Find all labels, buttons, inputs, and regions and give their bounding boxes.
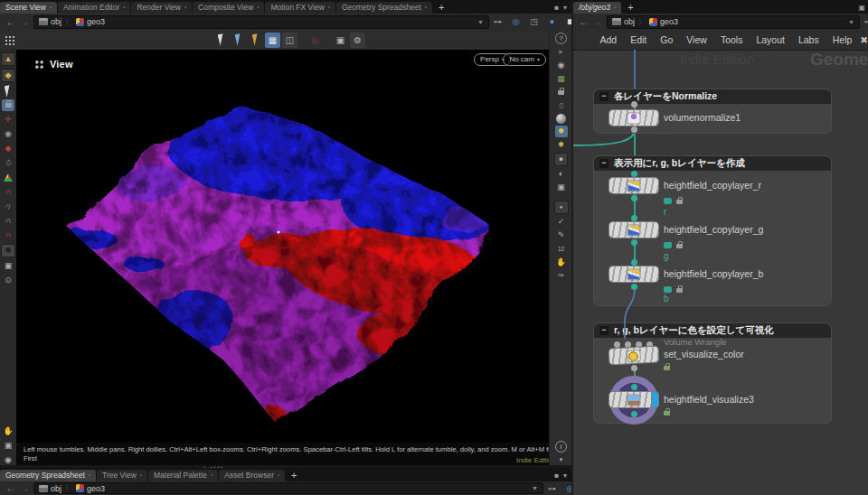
breadcrumb-obj[interactable]: obj xyxy=(39,17,61,26)
tab-close-icon[interactable]: ▪ xyxy=(425,2,427,14)
node-heightfield-copylayer-g[interactable] xyxy=(609,222,658,238)
node-set-visualize-color[interactable] xyxy=(609,347,659,365)
pin-path-icon[interactable]: ⊶ xyxy=(492,16,504,28)
collapse-icon[interactable]: − xyxy=(599,92,609,101)
tab-geometry-spreadsheet[interactable]: Geometry Spreadsheet▪ xyxy=(336,2,432,14)
character-icon[interactable]: ☃ xyxy=(555,100,568,112)
tools-grid-icon[interactable] xyxy=(3,33,18,48)
path-dropdown-icon[interactable]: ▼ xyxy=(477,19,484,25)
new-tab-button[interactable]: + xyxy=(622,2,638,14)
normals-pencil-icon[interactable]: ✎ xyxy=(555,229,568,241)
snapshot-camera-icon[interactable]: ⚙ xyxy=(350,33,365,48)
point-numbers-icon[interactable]: 12 xyxy=(555,243,568,255)
node-heightfield-visualize3[interactable] xyxy=(609,392,658,407)
node-input-dot[interactable] xyxy=(631,171,637,177)
pane-menu-icon[interactable]: ▣ xyxy=(858,4,865,12)
node-output-dot[interactable] xyxy=(631,284,637,290)
select-tool-icon[interactable] xyxy=(213,33,229,48)
view-hand-icon[interactable]: ✑ xyxy=(555,270,568,282)
tab-animation-editor[interactable]: Animation Editor▪ xyxy=(58,2,131,14)
tab-asset-browser[interactable]: Asset Browser▪ xyxy=(219,470,285,481)
radial-menu-icon[interactable]: ◎ xyxy=(510,16,522,28)
node-heightfield-copylayer-r[interactable] xyxy=(609,178,658,193)
visibility-eye-icon[interactable]: ◉ xyxy=(555,60,568,71)
nav-forward-icon[interactable]: → xyxy=(592,17,604,27)
help-icon[interactable]: ? xyxy=(555,33,567,44)
snap-grid-icon[interactable]: ∩ xyxy=(2,229,14,241)
snapshot-cube-icon[interactable]: ◳ xyxy=(528,16,540,28)
tab-close-icon[interactable]: ▪ xyxy=(257,2,259,14)
rotate-handle-icon[interactable]: ◉ xyxy=(2,128,14,140)
render-region-icon[interactable]: ◎ xyxy=(307,33,323,48)
menu-layout[interactable]: Layout xyxy=(750,34,792,45)
points-display-icon[interactable]: ● xyxy=(554,201,569,214)
reference-plane-icon[interactable]: ▣ xyxy=(2,260,14,272)
breadcrumb-geo3[interactable]: geo3 xyxy=(76,484,105,493)
tab-close-icon[interactable]: ▪ xyxy=(140,470,142,481)
handles-tool-icon[interactable] xyxy=(248,33,263,48)
info-icon[interactable]: i xyxy=(555,441,567,453)
lock-handle-icon[interactable] xyxy=(2,99,14,111)
tab-close-icon[interactable]: ▪ xyxy=(184,2,186,14)
nav-forward-icon[interactable]: → xyxy=(19,483,31,493)
tab-close-icon[interactable]: ▪ xyxy=(614,2,616,14)
tab-close-icon[interactable]: ▪ xyxy=(123,2,125,14)
snapshot-view-icon[interactable]: ▣ xyxy=(2,440,14,452)
menu-help[interactable]: Help xyxy=(826,34,859,45)
comment-bubble-icon[interactable] xyxy=(664,286,672,293)
construction-plane-icon[interactable]: ✱ xyxy=(1,244,15,257)
menu-labs[interactable]: Labs xyxy=(791,34,826,45)
pane-dropdown-icon[interactable]: ▾ xyxy=(563,472,567,480)
nav-back-icon[interactable]: ← xyxy=(578,17,590,27)
grab-hand-icon[interactable]: ✋ xyxy=(2,425,14,437)
modeler-tool-icon[interactable]: ▲ xyxy=(1,52,15,66)
high-quality-lighting-icon[interactable]: ● xyxy=(554,153,568,166)
scale-handle-icon[interactable]: ◆ xyxy=(2,143,14,154)
uv-overlay-icon[interactable]: ✋ xyxy=(555,257,568,268)
translate-handle-icon[interactable]: ✛ xyxy=(2,114,14,126)
breadcrumb-obj[interactable]: obj xyxy=(39,484,61,493)
menu-edit[interactable]: Edit xyxy=(624,34,654,45)
point-markers-icon[interactable]: ✓ xyxy=(555,216,568,228)
flipbook-icon[interactable]: ▣ xyxy=(333,33,348,48)
collapse-icon[interactable]: − xyxy=(599,326,609,335)
snap-multi-icon[interactable]: ∩ xyxy=(2,215,14,227)
lock-camera-icon[interactable] xyxy=(555,87,568,98)
node-output-dot[interactable] xyxy=(631,365,637,371)
tab-close-icon[interactable]: ▪ xyxy=(278,470,279,481)
sculpt-tool-icon[interactable]: ◆ xyxy=(1,69,15,82)
tab-geometry-spreadsheet-bottom[interactable]: Geometry Spreadsheet▪ xyxy=(0,470,96,481)
prism-view-icon[interactable] xyxy=(2,172,14,183)
display-flag[interactable] xyxy=(652,392,658,407)
shaded-sphere-icon[interactable] xyxy=(556,114,566,124)
comment-bubble-icon[interactable] xyxy=(664,242,672,248)
new-tab-button[interactable]: + xyxy=(286,470,302,481)
breadcrumb-obj[interactable]: obj xyxy=(612,17,635,26)
node-input-dot[interactable] xyxy=(631,101,637,107)
normal-lighting-icon[interactable]: ✹ xyxy=(555,139,568,151)
nav-back-icon[interactable]: ← xyxy=(5,17,16,27)
node-output-dot[interactable] xyxy=(631,195,637,201)
orbit-disc-icon[interactable]: ⊙ xyxy=(2,275,14,286)
select-arrow-icon[interactable] xyxy=(2,85,14,97)
tab-close-icon[interactable]: ▪ xyxy=(50,2,52,14)
snap-point-icon[interactable]: ∩ xyxy=(0,198,17,215)
pane-divider-icon[interactable]: ▶ xyxy=(555,46,568,58)
pose-character-icon[interactable]: ☃ xyxy=(2,157,14,169)
node-output-dot[interactable] xyxy=(631,411,637,417)
new-tab-button[interactable]: + xyxy=(433,2,449,14)
node-input-dot[interactable] xyxy=(625,341,631,348)
nav-forward-icon[interactable]: → xyxy=(19,17,31,27)
network-path-field[interactable]: obj 〉 geo3 ▼ xyxy=(607,15,860,29)
scene-viewport[interactable]: View Persp▾ No cam▾ xyxy=(16,50,549,443)
translate-tool-icon[interactable] xyxy=(231,33,246,48)
tools-wrench-icon[interactable]: ✖ xyxy=(860,34,868,46)
collapse-icon[interactable]: − xyxy=(599,159,609,168)
comment-bubble-icon[interactable] xyxy=(664,198,672,204)
pane-dropdown-icon[interactable]: ▾ xyxy=(563,4,567,12)
shadows-sphere-icon[interactable]: ◐ xyxy=(555,168,568,180)
snapping-grid-icon[interactable]: ▦ xyxy=(555,73,568,85)
scene-path-field[interactable]: obj 〉 geo3 ▼ xyxy=(33,15,489,29)
tab-render-view[interactable]: Render View▪ xyxy=(131,2,192,14)
breadcrumb-geo3[interactable]: geo3 xyxy=(649,17,678,26)
